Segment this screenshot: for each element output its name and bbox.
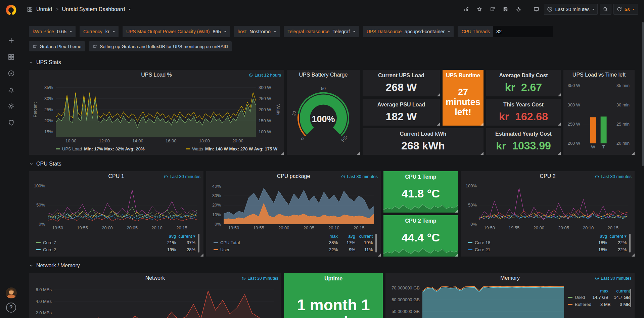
axis-tick-label: 20:15 (349, 225, 369, 230)
panel-network: Network Last 30 minutes 6.0 MBs4.0 MBs2.… (29, 273, 281, 318)
panel-resize-handle[interactable] (455, 210, 458, 213)
panel-resize-handle[interactable] (455, 254, 458, 257)
panel-title[interactable]: Estimated Yearly Cost (495, 131, 552, 137)
legend-column-header[interactable]: avg (338, 234, 355, 239)
panel-resize-handle[interactable] (558, 123, 561, 126)
plus-icon[interactable] (4, 34, 18, 47)
explore-compass-icon[interactable] (4, 66, 18, 80)
dashboards-grid-icon[interactable] (4, 50, 18, 63)
legend-scrollbar[interactable] (629, 234, 631, 253)
legend-column-header[interactable]: avg (588, 234, 607, 239)
cycle-view-tv-icon[interactable] (531, 4, 542, 15)
panel-title[interactable]: Average Daily Cost (499, 73, 548, 79)
axis-tick-label: 60.000000 GB (389, 297, 420, 302)
breadcrumb-folder[interactable]: Unraid (36, 6, 52, 12)
share-button[interactable] (487, 4, 498, 15)
panel-resize-handle[interactable] (480, 152, 484, 155)
panel-resize-handle[interactable] (378, 254, 381, 257)
legend-column-header[interactable]: avg (156, 234, 176, 239)
grafana-logo-icon[interactable] (5, 4, 17, 16)
legend-series-label[interactable]: UPS Load (62, 146, 82, 151)
refresh-button[interactable]: 5s (613, 4, 638, 15)
help-icon[interactable]: ? (6, 303, 16, 313)
panel-title[interactable]: UPS Load vs Time left (572, 72, 626, 78)
row-ups-stats[interactable]: UPS Stats (29, 59, 637, 65)
dashboard-grid-icon[interactable] (27, 6, 33, 12)
panel-title[interactable]: This Years Cost (503, 102, 544, 108)
settings-gear-icon[interactable] (513, 4, 524, 15)
link-label: Setting up Grafana and InfluxDB for UPS … (100, 44, 228, 49)
panel-title[interactable]: Current Load kWh (400, 131, 447, 137)
legend-series-label[interactable]: Buffered (568, 302, 591, 307)
breadcrumb-dashboard-title[interactable]: Unraid System Dashboard (62, 6, 125, 12)
legend-series-label[interactable]: User (214, 247, 320, 252)
zoom-out-button[interactable] (600, 4, 611, 15)
scrollbar-thumb[interactable] (642, 22, 644, 166)
chevron-down-icon[interactable] (128, 9, 131, 10)
panel-resize-handle[interactable] (632, 254, 635, 257)
panel-resize-handle[interactable] (437, 123, 440, 126)
legend-scrollbar[interactable] (375, 234, 377, 253)
variable-kwh-price[interactable]: kWh Price 0.65 (29, 26, 76, 37)
panel-title[interactable]: CPU package (277, 173, 310, 179)
panel-title[interactable]: CPU 2 (540, 173, 555, 179)
page-scrollbar[interactable] (641, 18, 644, 318)
configuration-gear-icon[interactable] (4, 99, 18, 113)
link-ups-monitoring-guide[interactable]: Setting up Grafana and InfluxDB for UPS … (89, 41, 232, 51)
legend-column-header[interactable]: current (608, 288, 630, 293)
panel-title[interactable]: Network (145, 275, 165, 281)
axis-tick-label: 20:10 (324, 225, 344, 230)
legend-column-header[interactable]: current ▾ (176, 234, 195, 239)
legend-series-label[interactable]: Core 2 (36, 247, 156, 252)
row-title: UPS Stats (36, 59, 61, 65)
panel-resize-handle[interactable] (558, 93, 561, 96)
panel-resize-handle[interactable] (281, 152, 284, 155)
panel-title[interactable]: CPU 2 Temp (405, 218, 436, 224)
row-network-memory[interactable]: Network / Memory (29, 263, 637, 269)
legend-series-label[interactable]: Watts (192, 146, 203, 151)
legend-scrollbar[interactable] (198, 234, 199, 253)
panel-title[interactable]: UPS Battery Charge (299, 72, 348, 78)
star-button[interactable] (474, 4, 485, 15)
panel-resize-handle[interactable] (437, 93, 440, 96)
legend-column-header[interactable]: current ▾ (607, 234, 627, 239)
legend-series-label[interactable]: Used (568, 295, 587, 300)
panel-this-years-cost: This Years Cost kr 162.68 (486, 99, 561, 126)
save-button[interactable] (500, 4, 511, 15)
legend-column-header[interactable]: max (587, 288, 608, 293)
legend-series-label[interactable]: Core 18 (468, 240, 588, 245)
link-grafana-plex-theme[interactable]: Grafana Plex Theme (29, 41, 85, 51)
variable-telegraf-datasource[interactable]: Telegraf Datasource Telegraf (284, 26, 359, 37)
panel-resize-handle[interactable] (558, 152, 561, 155)
panel-title[interactable]: UPS Runtime (446, 73, 480, 79)
panel-resize-handle[interactable] (632, 152, 635, 155)
variable-ups-max-output[interactable]: UPS Max Output Power Capacity (Watt) 865 (123, 26, 230, 37)
panel-title[interactable]: Uptime (324, 276, 342, 282)
panel-title[interactable]: Current UPS Load (378, 73, 424, 79)
plot-area (56, 82, 256, 137)
panel-title[interactable]: UPS Load % (141, 72, 172, 78)
panel-resize-handle[interactable] (200, 254, 203, 257)
variable-host[interactable]: host Nostromo (234, 26, 280, 37)
alerting-bell-icon[interactable] (4, 83, 18, 96)
row-cpu-stats[interactable]: CPU Stats (29, 161, 637, 167)
legend-scrollbar[interactable] (630, 289, 631, 307)
cpu-threads-input[interactable] (493, 26, 553, 37)
legend-column-header[interactable]: current (355, 234, 373, 239)
panel-resize-handle[interactable] (357, 152, 360, 155)
variable-currency[interactable]: Currency kr (80, 26, 119, 37)
panel-title[interactable]: Memory (500, 275, 520, 281)
legend-column-header[interactable]: max (320, 234, 338, 239)
user-avatar[interactable] (6, 287, 17, 299)
legend-series-label[interactable]: Core 7 (36, 240, 156, 245)
panel-title[interactable]: Average PSU Load (377, 102, 425, 108)
add-panel-button[interactable] (461, 4, 472, 15)
time-range-picker[interactable]: Last 30 minutes (544, 4, 597, 15)
panel-title[interactable]: CPU 1 Temp (405, 174, 436, 180)
legend-series-label[interactable]: Core 21 (468, 247, 588, 252)
variable-ups-datasource[interactable]: UPS Datasource apcupsd-container (363, 26, 454, 37)
legend-series-label[interactable]: CPU Total (214, 240, 320, 245)
server-admin-shield-icon[interactable] (4, 116, 18, 129)
panel-title[interactable]: CPU 1 (108, 173, 124, 179)
panel-resize-handle[interactable] (480, 123, 484, 126)
